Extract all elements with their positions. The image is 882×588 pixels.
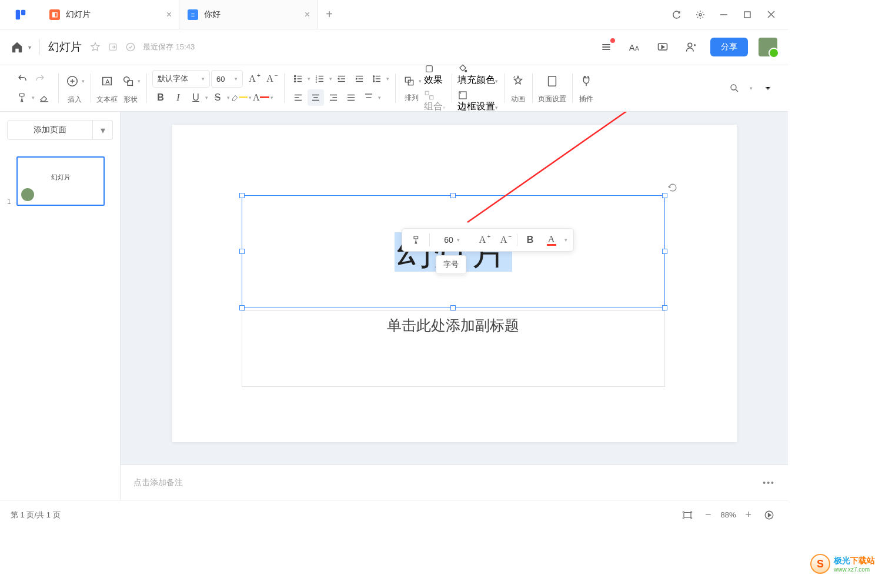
resize-handle[interactable] — [662, 305, 667, 310]
slide-thumbnail[interactable]: 幻灯片 — [16, 156, 105, 206]
tab-doc[interactable]: ≡ 你好 × — [179, 0, 318, 29]
format-painter-icon[interactable] — [14, 89, 31, 106]
font-size-select[interactable]: 60▾ — [435, 232, 470, 248]
svg-rect-0 — [16, 9, 20, 19]
star-icon[interactable] — [90, 42, 101, 52]
format-painter-icon[interactable] — [408, 232, 425, 248]
notes-panel[interactable]: 点击添加备注 ••• — [121, 465, 788, 500]
subtitle-textbox[interactable]: 单击此处添加副标题 — [242, 310, 665, 387]
border-button[interactable]: 边框设置▾ — [457, 90, 498, 113]
textbox-button[interactable]: A 文本框 — [96, 72, 118, 105]
slide[interactable]: 幻灯片 单击此处添加副标题 60▾ A+ A− B A▾ 字号 — [172, 125, 737, 442]
increase-font-icon[interactable]: A+ — [475, 232, 491, 248]
move-icon[interactable] — [108, 42, 118, 52]
font-style-icon[interactable]: AA — [626, 38, 643, 56]
eraser-icon[interactable] — [36, 89, 52, 106]
notes-placeholder: 点击添加备注 — [133, 477, 183, 488]
menu-icon[interactable] — [597, 38, 615, 56]
close-button[interactable] — [766, 9, 776, 20]
chevron-down-icon[interactable]: ▾ — [32, 95, 35, 101]
bold-button[interactable]: B — [522, 232, 539, 248]
zoom-out-button[interactable]: − — [705, 509, 711, 521]
toolbar: ▾ ▾ 插入 A 文本框 ▾ 形状 默认字体▾ 60▾ A+ A− B I — [0, 65, 788, 112]
new-tab-button[interactable]: + — [318, 0, 341, 29]
decrease-font-icon[interactable]: A− — [262, 71, 278, 87]
tab-slides[interactable]: ◧ 幻灯片 × — [41, 0, 179, 29]
insert-button[interactable]: ▾ 插入 — [64, 72, 85, 105]
maximize-button[interactable] — [742, 9, 753, 20]
resize-handle[interactable] — [239, 193, 245, 198]
undo-icon[interactable] — [14, 71, 31, 87]
home-icon[interactable] — [11, 41, 24, 54]
present-icon[interactable] — [654, 38, 671, 56]
resize-handle[interactable] — [450, 193, 456, 198]
line-spacing-icon[interactable] — [369, 71, 385, 87]
fill-color-button[interactable]: 填充颜色▾ — [457, 64, 498, 86]
separator — [517, 233, 517, 246]
align-justify-icon[interactable] — [343, 89, 359, 106]
search-icon[interactable] — [726, 80, 743, 96]
bullet-list-icon[interactable] — [290, 71, 306, 87]
doc-title[interactable]: 幻灯片 — [48, 39, 82, 55]
font-color-button[interactable]: A — [543, 232, 560, 248]
sync-icon[interactable] — [671, 9, 682, 20]
align-right-icon[interactable] — [325, 89, 342, 106]
minimize-button[interactable] — [719, 9, 729, 20]
resize-handle[interactable] — [450, 305, 456, 310]
close-icon[interactable]: × — [166, 9, 172, 20]
doc-actions: 最近保存 15:43 — [90, 42, 195, 52]
page-setup-button[interactable]: 页面设置 — [538, 73, 566, 104]
underline-button[interactable]: U — [188, 89, 204, 106]
effect-button[interactable]: 效果 — [424, 64, 446, 86]
svg-text:A: A — [629, 43, 635, 52]
font-family-select[interactable]: 默认字体▾ — [152, 70, 210, 88]
user-avatar[interactable] — [759, 38, 777, 56]
check-icon[interactable] — [125, 42, 136, 52]
zoom-level[interactable]: 88% — [720, 510, 736, 519]
play-icon[interactable] — [761, 507, 777, 523]
add-user-icon[interactable] — [682, 38, 700, 56]
fit-screen-icon[interactable] — [679, 507, 696, 523]
title-textbox[interactable]: 幻灯片 — [242, 195, 665, 308]
subtitle-placeholder: 单击此处添加副标题 — [387, 316, 519, 335]
animation-button[interactable]: 动画 — [510, 73, 526, 104]
app-logo[interactable] — [0, 0, 41, 29]
resize-handle[interactable] — [239, 305, 245, 310]
svg-rect-62 — [426, 66, 433, 72]
font-color-button[interactable]: A — [253, 89, 269, 106]
svg-rect-70 — [414, 236, 418, 239]
highlight-button[interactable] — [231, 89, 248, 106]
group-button[interactable]: 组合▾ — [424, 90, 446, 113]
redo-icon[interactable] — [32, 71, 48, 87]
number-list-icon[interactable]: 123 — [312, 71, 328, 87]
add-page-dropdown[interactable]: ▾ — [93, 120, 113, 140]
resize-handle[interactable] — [662, 193, 667, 198]
decrease-font-icon[interactable]: A− — [496, 232, 512, 248]
collapse-toolbar-icon[interactable] — [760, 80, 776, 96]
share-button[interactable]: 分享 — [710, 38, 748, 56]
status-bar: 第 1 页/共 1 页 − 88% + — [0, 500, 788, 529]
slide-canvas[interactable]: 幻灯片 单击此处添加副标题 60▾ A+ A− B A▾ 字号 — [121, 112, 788, 465]
arrange-button[interactable]: ▾ 排列 — [401, 74, 422, 103]
plugin-button[interactable]: 插件 — [578, 73, 594, 104]
svg-point-15 — [688, 43, 692, 47]
strikethrough-button[interactable]: S — [209, 89, 226, 106]
vertical-align-icon[interactable] — [360, 89, 377, 106]
italic-button[interactable]: I — [170, 89, 186, 106]
add-page-button[interactable]: 添加页面 — [7, 120, 93, 140]
indent-icon[interactable] — [351, 71, 368, 87]
svg-rect-4 — [744, 12, 750, 18]
bold-button[interactable]: B — [152, 89, 169, 106]
align-left-icon[interactable] — [290, 89, 306, 106]
shape-button[interactable]: ▾ 形状 — [120, 72, 141, 105]
more-icon[interactable]: ••• — [763, 478, 775, 487]
close-icon[interactable]: × — [305, 9, 310, 20]
rotate-handle[interactable] — [667, 182, 679, 193]
zoom-in-button[interactable]: + — [745, 509, 751, 521]
font-size-select[interactable]: 60▾ — [211, 70, 243, 88]
align-center-icon[interactable] — [308, 89, 324, 106]
increase-font-icon[interactable]: A+ — [244, 71, 260, 87]
settings-icon[interactable] — [695, 9, 706, 20]
outdent-icon[interactable] — [333, 71, 350, 87]
chevron-down-icon[interactable]: ▾ — [28, 44, 31, 51]
